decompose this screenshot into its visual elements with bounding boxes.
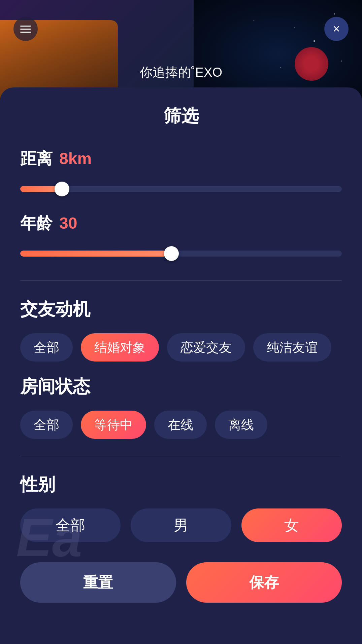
friend-motive-marry-btn[interactable]: 结婚对象 bbox=[81, 333, 159, 362]
bg-circle bbox=[295, 47, 328, 81]
gender-female-btn[interactable]: 女 bbox=[241, 508, 342, 542]
friend-motive-tags: 全部 结婚对象 恋爱交友 纯洁友谊 bbox=[20, 333, 342, 362]
age-track bbox=[20, 251, 342, 257]
gender-title: 性别 bbox=[20, 473, 342, 496]
friend-motive-all-btn[interactable]: 全部 bbox=[20, 333, 73, 362]
bg-title: 你追捧的˚EXO bbox=[140, 64, 222, 81]
menu-line-2 bbox=[20, 29, 31, 30]
room-status-tags: 全部 等待中 在线 离线 bbox=[20, 411, 342, 439]
room-status-all-btn[interactable]: 全部 bbox=[20, 411, 73, 439]
divider-1 bbox=[20, 280, 342, 281]
room-status-offline-btn[interactable]: 离线 bbox=[215, 411, 267, 439]
menu-line-1 bbox=[20, 26, 31, 27]
room-status-title: 房间状态 bbox=[20, 375, 342, 399]
save-button[interactable]: 保存 bbox=[186, 562, 342, 603]
divider-2 bbox=[20, 456, 342, 456]
age-thumb[interactable] bbox=[164, 246, 179, 261]
room-status-waiting-btn[interactable]: 等待中 bbox=[81, 411, 146, 439]
age-section: 年龄 30 bbox=[20, 213, 342, 264]
distance-section: 距离 8km bbox=[20, 148, 342, 199]
distance-slider[interactable] bbox=[20, 179, 342, 199]
friend-motive-love-btn[interactable]: 恋爱交友 bbox=[167, 333, 245, 362]
room-status-online-btn[interactable]: 在线 bbox=[154, 411, 207, 439]
age-value: 30 bbox=[59, 214, 77, 232]
modal-title: 筛选 bbox=[20, 104, 342, 128]
close-button[interactable]: × bbox=[324, 17, 349, 41]
menu-button[interactable] bbox=[13, 17, 38, 41]
gender-male-btn[interactable]: 男 bbox=[131, 508, 231, 542]
distance-label: 距离 bbox=[20, 148, 53, 169]
room-status-section: 房间状态 全部 等待中 在线 离线 bbox=[20, 375, 342, 439]
watermark-text: Ea bbox=[16, 507, 82, 569]
friend-motive-pure-btn[interactable]: 纯洁友谊 bbox=[253, 333, 331, 362]
close-icon: × bbox=[333, 22, 340, 36]
age-fill bbox=[20, 251, 171, 257]
distance-header: 距离 8km bbox=[20, 148, 342, 169]
friend-motive-section: 交友动机 全部 结婚对象 恋爱交友 纯洁友谊 bbox=[20, 298, 342, 362]
friend-motive-title: 交友动机 bbox=[20, 298, 342, 321]
age-slider[interactable] bbox=[20, 243, 342, 264]
distance-value: 8km bbox=[59, 149, 92, 168]
menu-line-3 bbox=[20, 32, 31, 33]
distance-thumb[interactable] bbox=[55, 182, 69, 196]
age-header: 年龄 30 bbox=[20, 213, 342, 234]
age-label: 年龄 bbox=[20, 213, 53, 234]
